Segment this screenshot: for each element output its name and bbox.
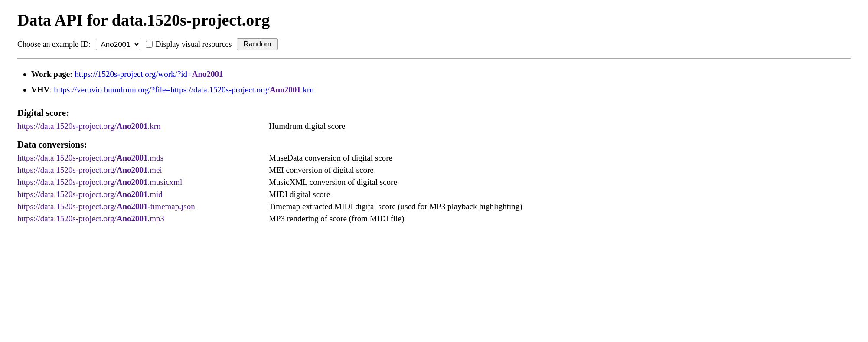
conversion-mei-link[interactable]: https://data.1520s-project.org/Ano2001.m… — [17, 165, 162, 174]
digital-score-grid: https://data.1520s-project.org/Ano2001.k… — [17, 121, 851, 132]
links-section: Work page: https://1520s-project.org/wor… — [17, 67, 851, 97]
conversion-mid-id: Ano2001 — [117, 190, 148, 199]
conversion-timemap-link[interactable]: https://data.1520s-project.org/Ano2001-t… — [17, 202, 195, 211]
display-visual-resources-label: Display visual resources — [146, 40, 232, 49]
data-conversions-heading: Data conversions: — [17, 139, 851, 150]
digital-score-heading: Digital score: — [17, 108, 851, 118]
conversion-mp3-link-cell: https://data.1520s-project.org/Ano2001.m… — [17, 214, 269, 224]
conversion-mid-desc: MIDI digital score — [269, 189, 851, 200]
links-list: Work page: https://1520s-project.org/wor… — [17, 67, 851, 97]
conversion-mp3-link[interactable]: https://data.1520s-project.org/Ano2001.m… — [17, 214, 164, 223]
digital-score-id: Ano2001 — [117, 122, 148, 131]
conversion-mds-id: Ano2001 — [117, 153, 148, 162]
data-conversions-section: Data conversions: https://data.1520s-pro… — [17, 139, 851, 224]
conversion-timemap-desc: Timemap extracted MIDI digital score (us… — [269, 201, 851, 212]
page-title: Data API for data.1520s-project.org — [17, 10, 851, 30]
conversion-timemap-id: Ano2001 — [117, 202, 148, 211]
digital-score-link[interactable]: https://data.1520s-project.org/Ano2001.k… — [17, 122, 161, 131]
vhv-item: VHV: https://verovio.humdrum.org/?file=h… — [31, 83, 851, 97]
conversion-mei-id: Ano2001 — [117, 165, 148, 174]
conversion-mp3-desc: MP3 rendering of score (from MIDI file) — [269, 214, 851, 224]
work-page-link[interactable]: https://1520s-project.org/work/?id=Ano20… — [75, 69, 223, 79]
conversion-mei-desc: MEI conversion of digital score — [269, 165, 851, 175]
conversion-mei-link-cell: https://data.1520s-project.org/Ano2001.m… — [17, 165, 269, 175]
vhv-link[interactable]: https://verovio.humdrum.org/?file=https:… — [54, 85, 313, 94]
work-page-id: Ano2001 — [192, 69, 223, 79]
work-page-item: Work page: https://1520s-project.org/wor… — [31, 67, 851, 81]
horizontal-divider — [17, 58, 851, 59]
random-button[interactable]: Random — [237, 38, 277, 50]
digital-score-description: Humdrum digital score — [269, 121, 851, 132]
conversion-mp3-id: Ano2001 — [117, 214, 148, 223]
digital-score-section: Digital score: https://data.1520s-projec… — [17, 108, 851, 132]
example-id-select[interactable]: Ano2001 Ano2002 Ano2003 — [96, 39, 140, 50]
digital-score-link-cell: https://data.1520s-project.org/Ano2001.k… — [17, 121, 269, 132]
display-visual-resources-text: Display visual resources — [155, 40, 232, 49]
conversion-mds-link-cell: https://data.1520s-project.org/Ano2001.m… — [17, 153, 269, 163]
work-page-label: Work page: — [31, 69, 73, 79]
conversion-mid-link[interactable]: https://data.1520s-project.org/Ano2001.m… — [17, 190, 163, 199]
conversion-musicxml-id: Ano2001 — [117, 178, 148, 187]
conversion-mds-link[interactable]: https://data.1520s-project.org/Ano2001.m… — [17, 153, 163, 162]
conversion-musicxml-desc: MusicXML conversion of digital score — [269, 177, 851, 187]
conversion-mid-link-cell: https://data.1520s-project.org/Ano2001.m… — [17, 189, 269, 200]
controls-row: Choose an example ID: Ano2001 Ano2002 An… — [17, 38, 851, 50]
vhv-label: VHV — [31, 85, 49, 94]
conversion-musicxml-link-cell: https://data.1520s-project.org/Ano2001.m… — [17, 177, 269, 187]
data-conversions-grid: https://data.1520s-project.org/Ano2001.m… — [17, 153, 851, 224]
vhv-link-id: Ano2001 — [270, 85, 301, 94]
display-visual-resources-checkbox[interactable] — [146, 41, 153, 48]
example-id-label: Choose an example ID: — [17, 40, 91, 49]
conversion-timemap-link-cell: https://data.1520s-project.org/Ano2001-t… — [17, 201, 269, 212]
conversion-mds-desc: MuseData conversion of digital score — [269, 153, 851, 163]
conversion-musicxml-link[interactable]: https://data.1520s-project.org/Ano2001.m… — [17, 178, 182, 187]
